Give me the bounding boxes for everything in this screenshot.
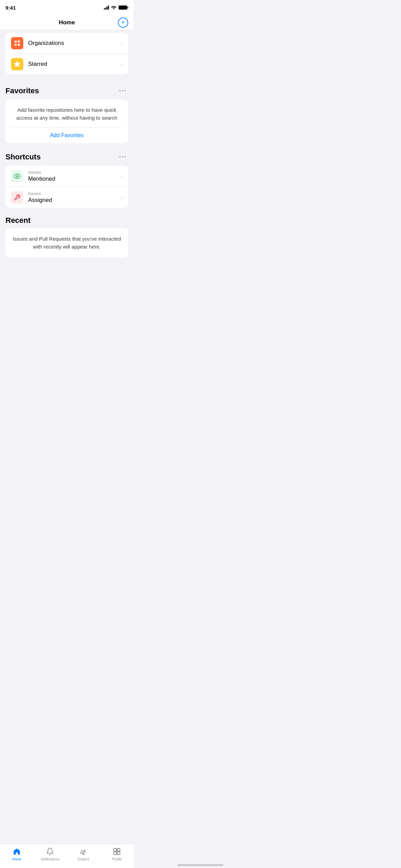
star-icon [14,61,21,68]
wifi-icon [111,5,117,10]
favorites-description: Add favorite repositories here to have q… [11,106,123,127]
shortcuts-more-button[interactable]: ··· [118,152,128,162]
organizations-icon [14,40,21,47]
scroll-content: Organizations › Starred › Favorites ··· … [0,33,134,302]
issues-assigned-subtitle: Issues [28,191,121,196]
add-button[interactable]: + [118,17,128,28]
svg-rect-3 [18,44,20,46]
svg-rect-1 [18,41,20,43]
issues-mentioned-title: Mentioned [28,176,121,182]
organizations-label: Organizations [28,40,121,47]
issues-mentioned-text: Issues Mentioned [28,170,121,182]
issues-assigned-text: Issues Assigned [28,191,121,204]
shortcuts-title: Shortcuts [5,153,41,161]
page-title: Home [59,19,75,26]
favorites-more-button[interactable]: ··· [118,85,128,96]
recent-title: Recent [5,216,31,225]
starred-chevron-icon: › [121,61,123,67]
starred-item[interactable]: Starred › [5,54,128,74]
issues-mentioned-subtitle: Issues [28,170,121,175]
issues-assigned-chevron-icon: › [121,195,123,200]
recent-card: Issues and Pull Requests that you've int… [5,228,128,257]
organizations-chevron-icon: › [121,40,123,46]
plus-icon: + [121,19,125,25]
starred-label: Starred [28,61,121,68]
favorites-title: Favorites [5,86,39,95]
organizations-item[interactable]: Organizations › [5,33,128,54]
status-bar: 9:41 [0,0,134,15]
issues-mentioned-chevron-icon: › [121,173,123,179]
nav-bar: Home + [0,15,134,30]
issues-mentioned-item[interactable]: Issues Mentioned › [5,166,128,187]
svg-point-5 [16,175,18,177]
favorites-card: Add favorite repositories here to have q… [5,99,128,143]
top-items-card: Organizations › Starred › [5,33,128,74]
tool-icon [14,194,21,201]
signal-bars-icon [104,5,109,10]
shortcuts-section-header: Shortcuts ··· [0,143,134,166]
recent-description: Issues and Pull Requests that you've int… [11,235,123,251]
organizations-icon-wrap [11,37,23,49]
issues-mentioned-icon-wrap [11,170,23,182]
battery-icon [119,5,128,10]
favorites-section-header: Favorites ··· [0,77,134,99]
starred-icon-wrap [11,58,23,70]
svg-rect-0 [15,41,17,43]
issues-assigned-title: Assigned [28,197,121,204]
recent-section-header: Recent [0,208,134,228]
svg-rect-2 [15,44,17,46]
shortcuts-card: Issues Mentioned › Issues Assigned › [5,166,128,208]
eye-icon [14,173,21,180]
status-icons [104,5,128,10]
issues-assigned-item[interactable]: Issues Assigned › [5,187,128,208]
status-time: 9:41 [5,5,16,11]
add-favorites-button[interactable]: Add Favorites [11,127,123,143]
issues-assigned-icon-wrap [11,191,23,204]
